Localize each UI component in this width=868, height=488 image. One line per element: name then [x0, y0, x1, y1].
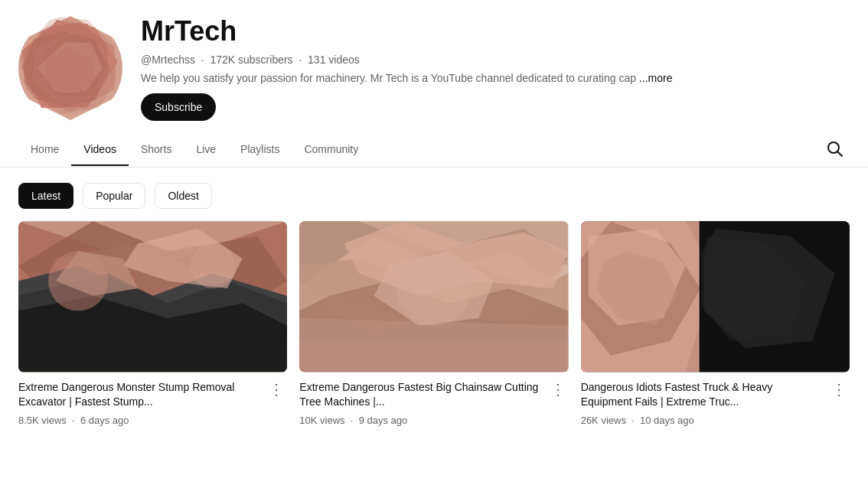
search-icon[interactable]	[819, 133, 850, 167]
channel-name: MrTech	[141, 15, 850, 47]
channel-meta: @Mrtechss · 172K subscribers · 131 video…	[141, 54, 850, 66]
filter-bar: Latest Popular Oldest	[0, 168, 868, 221]
channel-avatar	[18, 16, 122, 120]
filter-latest[interactable]: Latest	[18, 183, 73, 209]
video-meta-1: 8.5K views · 6 days ago	[18, 415, 259, 426]
video-card-1[interactable]: Extreme Dangerous Monster Stump Removal …	[18, 221, 287, 426]
filter-popular[interactable]: Popular	[83, 183, 145, 209]
video-card-footer-3: Dangerous Idiots Fastest Truck & Heavy E…	[581, 380, 850, 426]
video-meta-3: 26K views · 10 days ago	[581, 415, 822, 426]
video-menu-1[interactable]: ⋮	[266, 380, 287, 399]
video-thumbnail-2	[299, 221, 568, 373]
video-card-info-2: Extreme Dangerous Fastest Big Chainsaw C…	[299, 380, 540, 426]
tab-shorts[interactable]: Shorts	[129, 134, 184, 166]
video-card-footer-1: Extreme Dangerous Monster Stump Removal …	[18, 380, 287, 426]
video-card-info-1: Extreme Dangerous Monster Stump Removal …	[18, 380, 259, 426]
svg-point-23	[190, 244, 235, 289]
video-card-3[interactable]: Dangerous Idiots Fastest Truck & Heavy E…	[581, 221, 850, 426]
video-menu-2[interactable]: ⋮	[547, 380, 569, 399]
tab-playlists[interactable]: Playlists	[228, 134, 292, 166]
video-meta-2: 10K views · 9 days ago	[299, 415, 540, 426]
video-views-2: 10K views	[299, 415, 344, 426]
channel-description: We help you satisfy your passion for mac…	[141, 72, 850, 84]
svg-rect-34	[299, 340, 568, 372]
video-views-3: 26K views	[581, 415, 626, 426]
channel-header: MrTech @Mrtechss · 172K subscribers · 13…	[0, 0, 868, 133]
tab-videos[interactable]: Videos	[71, 134, 129, 166]
tab-community[interactable]: Community	[292, 134, 370, 166]
filter-oldest[interactable]: Oldest	[155, 183, 211, 209]
channel-handle: @Mrtechss	[141, 54, 195, 66]
video-title-2: Extreme Dangerous Fastest Big Chainsaw C…	[299, 380, 540, 410]
tab-home[interactable]: Home	[18, 134, 71, 166]
video-title-3: Dangerous Idiots Fastest Truck & Heavy E…	[581, 380, 822, 410]
video-grid: Extreme Dangerous Monster Stump Removal …	[0, 221, 868, 444]
description-more-link[interactable]: ...more	[639, 72, 673, 84]
video-views-1: 8.5K views	[18, 415, 67, 426]
video-thumbnail-1	[18, 221, 287, 373]
video-thumbnail-3	[581, 221, 850, 373]
video-card-footer-2: Extreme Dangerous Fastest Big Chainsaw C…	[299, 380, 568, 426]
video-age-1: 6 days ago	[80, 415, 129, 426]
channel-video-count: 131 videos	[308, 54, 360, 66]
svg-line-13	[838, 152, 843, 157]
video-age-3: 10 days ago	[640, 415, 694, 426]
video-menu-3[interactable]: ⋮	[828, 380, 850, 399]
tab-live[interactable]: Live	[184, 134, 228, 166]
video-card-2[interactable]: Extreme Dangerous Fastest Big Chainsaw C…	[299, 221, 568, 426]
channel-nav: Home Videos Shorts Live Playlists Commun…	[0, 133, 868, 168]
video-title-1: Extreme Dangerous Monster Stump Removal …	[18, 380, 259, 410]
channel-info: MrTech @Mrtechss · 172K subscribers · 13…	[141, 15, 850, 121]
channel-subscribers: 172K subscribers	[210, 54, 292, 66]
video-card-info-3: Dangerous Idiots Fastest Truck & Heavy E…	[581, 380, 822, 426]
video-age-2: 9 days ago	[359, 415, 408, 426]
subscribe-button[interactable]: Subscribe	[141, 93, 216, 121]
